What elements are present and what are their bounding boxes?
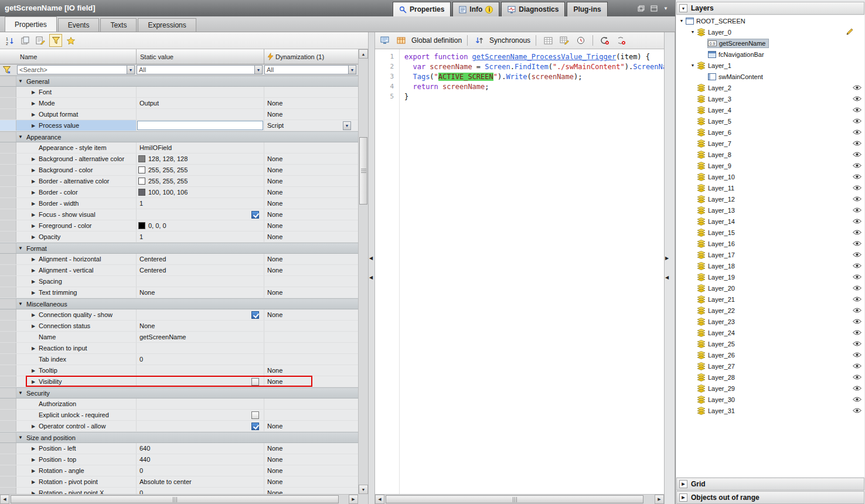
dropdown-arrow-icon[interactable]: ▼	[348, 66, 356, 74]
layer-item-layer-8[interactable]: Layer_8	[676, 149, 864, 160]
chevron-down-icon[interactable]: ▼	[679, 4, 687, 12]
property-row-font[interactable]: ▶Font	[0, 87, 358, 98]
collapse-triangle-icon[interactable]: ▼	[18, 302, 23, 307]
static-value-cell[interactable]	[136, 365, 264, 376]
dropdown-arrow-icon[interactable]: ▼	[127, 66, 134, 74]
expand-arrow-icon[interactable]: ▶	[32, 379, 39, 384]
color-swatch[interactable]	[138, 166, 145, 173]
layer-item-swmaincontent[interactable]: swMainContent	[676, 71, 864, 82]
expand-arrow-icon[interactable]: ▶	[32, 424, 39, 429]
layer-item-layer-31[interactable]: Layer_31	[676, 405, 864, 416]
static-value-cell[interactable]	[136, 209, 264, 220]
layer-item-layer-23[interactable]: Layer_23	[676, 316, 864, 327]
scroll-left-icon[interactable]: ◀	[0, 495, 9, 504]
eye-visibility-icon[interactable]	[853, 397, 861, 402]
layer-item-layer-14[interactable]: Layer_14	[676, 216, 864, 227]
dynamization-cell[interactable]: None	[264, 476, 358, 487]
win-float-icon[interactable]	[638, 5, 645, 12]
eye-visibility-icon[interactable]	[853, 241, 861, 246]
dynamization-cell[interactable]: None	[264, 465, 358, 476]
static-value-cell[interactable]: 100, 100, 106	[136, 187, 264, 197]
static-value-filter[interactable]: All▼	[137, 65, 263, 74]
monitor-icon[interactable]	[379, 34, 391, 47]
layer-item-layer-0[interactable]: ▼Layer_0	[676, 26, 864, 38]
dynamization-cell[interactable]: None	[264, 198, 358, 209]
layers-panel-header[interactable]: ▼ Layers	[676, 2, 864, 15]
property-row-operator-control-allow[interactable]: ▶Operator control - allowNone	[0, 421, 358, 432]
static-value-cell[interactable]	[136, 87, 264, 97]
table-vertical-scrollbar[interactable]: ▲▼	[358, 49, 368, 494]
dynamization-cell[interactable]: None	[264, 231, 358, 242]
expand-arrow-icon[interactable]: ▶	[32, 90, 39, 95]
expand-arrow-icon[interactable]: ▶	[32, 468, 39, 474]
collapse-left-icon[interactable]: ◀	[369, 256, 373, 261]
property-row-border-width[interactable]: ▶Border - width1None	[0, 198, 358, 209]
layer-item-layer-2[interactable]: Layer_2	[676, 82, 864, 93]
expand-arrow-icon[interactable]: ▶	[32, 223, 39, 229]
property-row-process-value[interactable]: ▶Process valueScript▼	[0, 120, 358, 131]
eye-visibility-icon[interactable]	[853, 219, 861, 224]
eye-visibility-icon[interactable]	[853, 330, 861, 335]
layer-item-layer-12[interactable]: Layer_12	[676, 193, 864, 205]
property-row-alignment-vertical[interactable]: ▶Alignment - verticalCenteredNone	[0, 265, 358, 276]
dynamization-cell[interactable]: None	[264, 287, 358, 298]
group-row-format[interactable]: ▼Format	[0, 243, 358, 254]
dynamization-cell[interactable]: None	[264, 488, 358, 494]
expand-arrow-icon[interactable]: ▶	[32, 101, 39, 106]
favorites-star-icon[interactable]	[64, 34, 77, 47]
tab-expressions[interactable]: Expressions	[138, 18, 196, 32]
dynamization-cell[interactable]: None	[264, 265, 358, 275]
checkbox-checked[interactable]	[251, 423, 259, 430]
eye-visibility-icon[interactable]	[853, 230, 861, 235]
dynamization-cell[interactable]	[264, 343, 358, 353]
static-value-cell[interactable]: 0, 0, 0	[136, 220, 264, 231]
scrollbar-thumb[interactable]	[359, 137, 367, 205]
property-row-appearance-style-item[interactable]: Appearance - style itemHmiIOField	[0, 142, 358, 154]
layer-item-layer-27[interactable]: Layer_27	[676, 360, 864, 372]
expand-arrow-icon[interactable]: ▶	[32, 234, 39, 240]
expand-arrow-icon[interactable]: ▶	[32, 323, 39, 329]
dynamization-cell[interactable]: None	[264, 309, 358, 320]
active-layer-pencil-icon[interactable]	[846, 28, 854, 36]
eye-visibility-icon[interactable]	[853, 85, 861, 90]
property-row-text-trimming[interactable]: ▶Text trimmingNoneNone	[0, 287, 358, 298]
timer-icon[interactable]	[574, 34, 587, 47]
eye-visibility-icon[interactable]	[853, 308, 861, 313]
dynamization-cell[interactable]	[264, 321, 358, 331]
clear-red-icon[interactable]	[615, 34, 628, 47]
dynamization-cell[interactable]	[264, 332, 358, 342]
list-edit-icon[interactable]	[34, 34, 47, 47]
script-editor[interactable]: 12345export function getScreenName_Proce…	[375, 49, 664, 494]
code-line[interactable]: }	[404, 93, 664, 103]
checkbox-unchecked[interactable]	[251, 411, 259, 419]
sync-sort-icon[interactable]	[473, 34, 486, 47]
inspector-tab-plug-ins[interactable]: Plug-ins	[567, 2, 607, 16]
static-value-text[interactable]: 440	[137, 456, 150, 463]
property-row-visibility[interactable]: ▶VisibilityNone	[0, 376, 358, 387]
property-row-name[interactable]: NamegetScreenName	[0, 332, 358, 343]
eye-visibility-icon[interactable]	[853, 374, 861, 380]
dynamization-cell[interactable]: None	[264, 365, 358, 376]
pages-icon[interactable]	[19, 34, 32, 47]
expand-arrow-icon[interactable]: ▶	[32, 368, 39, 373]
collapse-right-icon[interactable]: ▶	[665, 256, 669, 261]
static-value-cell[interactable]: 440	[136, 454, 264, 465]
layer-item-layer-7[interactable]: Layer_7	[676, 138, 864, 149]
eye-visibility-icon[interactable]	[853, 263, 861, 268]
eye-visibility-icon[interactable]	[853, 274, 861, 280]
static-value-text[interactable]: None	[137, 322, 155, 329]
dynamization-cell[interactable]: None	[264, 443, 358, 454]
static-value-cell[interactable]: 640	[136, 443, 264, 454]
dynamization-cell[interactable]: None	[264, 454, 358, 465]
expand-arrow-icon[interactable]: ▶	[32, 346, 39, 351]
static-value-cell[interactable]: 0	[136, 465, 264, 476]
static-value-text[interactable]: Centered	[137, 267, 166, 274]
layer-item-layer-16[interactable]: Layer_16	[676, 238, 864, 249]
checkbox-checked[interactable]	[251, 311, 259, 319]
property-row-rotation-pivot-point[interactable]: ▶Rotation - pivot pointAbsolute to cente…	[0, 476, 358, 488]
layer-item-layer-1[interactable]: ▼Layer_1	[676, 60, 864, 71]
static-value-cell[interactable]: 255, 255, 255	[136, 165, 264, 175]
eye-visibility-icon[interactable]	[853, 341, 861, 346]
menu-caret-icon[interactable]: ▼	[663, 6, 668, 11]
collapse-triangle-icon[interactable]: ▼	[18, 79, 23, 84]
